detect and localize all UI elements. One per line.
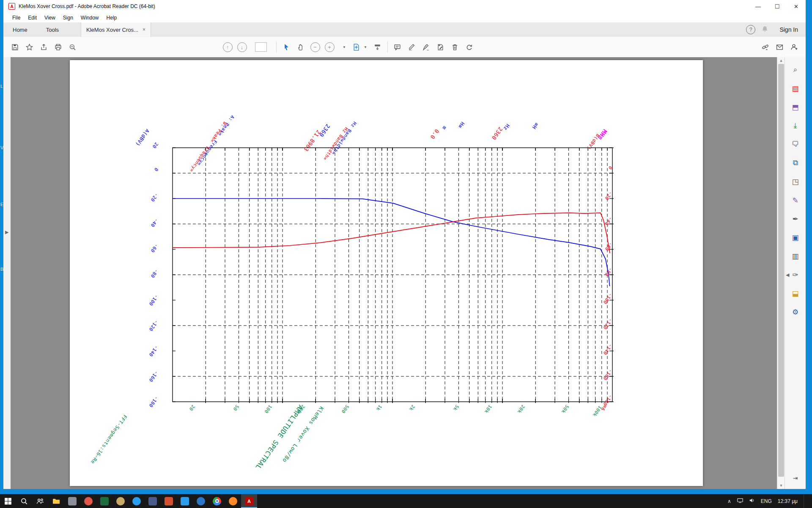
menu-edit[interactable]: Edit [24, 14, 41, 22]
document-area: ▶ A(dBV)A: Peak= Frequency=B: Peak= Freq… [3, 57, 806, 489]
highlight-button[interactable] [405, 40, 419, 54]
taskbar-vscode-app[interactable] [177, 494, 193, 508]
delete-pages-button[interactable] [448, 40, 462, 54]
acrobat-window: A KleMos Xover Cross.pdf - Adobe Acrobat… [3, 0, 806, 489]
hand-tool-button[interactable] [294, 40, 308, 54]
compress-pdf-tool-icon[interactable]: ◳ [785, 173, 806, 190]
taskbar-people-app[interactable] [32, 494, 48, 508]
toolbar-separator [387, 41, 388, 52]
send-email-button[interactable] [773, 40, 787, 54]
taskbar: A ∧ ENG 12:37 μμ [0, 494, 812, 508]
taskbar-acrobat-app[interactable]: A [241, 494, 257, 508]
show-desktop-button[interactable] [804, 494, 806, 508]
hidden-icons-chevron[interactable]: ∧ [727, 498, 731, 504]
curve-a-low-pass [173, 199, 610, 286]
redo-button[interactable] [462, 40, 477, 54]
pdf-page: A(dBV)A: Peak= Frequency=B: Peak= Freque… [70, 60, 703, 486]
fit-page-button[interactable] [349, 40, 364, 54]
curve-b-high-pass [173, 213, 610, 253]
edit-pdf-button[interactable] [433, 40, 448, 54]
select-tool-button[interactable] [279, 40, 294, 54]
request-signatures-tool-icon[interactable]: ▣ [785, 229, 806, 246]
open-tools-pane-icon[interactable]: ⇥ [785, 475, 806, 481]
taskbar-skype-app[interactable] [129, 494, 145, 508]
taskbar-search-button[interactable] [16, 494, 32, 508]
menu-bar: FileEditViewSignWindowHelp [3, 13, 806, 22]
menu-sign[interactable]: Sign [59, 14, 77, 22]
window-controls: — ☐ ✕ [749, 0, 806, 13]
taskbar-app-navy[interactable] [145, 494, 161, 508]
toolbar: ↑↓−+▼▼ [3, 37, 806, 58]
toolbar-left-group [3, 40, 80, 54]
search-tool-icon[interactable]: ⌕ [785, 61, 806, 78]
document-tab-label: KleMos Xover Cros... [86, 27, 138, 33]
comment-button[interactable] [390, 40, 405, 54]
desktop-icon-label-fragment: L [0, 84, 3, 89]
language-indicator[interactable]: ENG [761, 498, 772, 504]
close-tab-icon[interactable]: × [143, 27, 145, 33]
close-button[interactable]: ✕ [787, 0, 806, 13]
share-link-button[interactable] [758, 40, 773, 54]
taskbar-firefox-app[interactable] [225, 494, 241, 508]
share-button[interactable] [36, 40, 51, 54]
sign-in-button[interactable]: Sign In [779, 26, 798, 33]
taskbar-app-orange-circle[interactable] [80, 494, 96, 508]
scroll-up-icon[interactable]: ▲ [777, 58, 785, 63]
taskbar-edge-app[interactable] [193, 494, 209, 508]
edit-pdf-tool-icon[interactable]: ✎ [785, 192, 806, 209]
organize-pages-tool-icon[interactable]: ⬒ [785, 99, 806, 116]
network-icon[interactable] [737, 497, 743, 505]
save-button[interactable] [8, 40, 22, 54]
tab-bar: Home Tools KleMos Xover Cros... × ? Sign… [3, 22, 806, 37]
more-tools-icon[interactable]: ⚙ [785, 304, 806, 320]
menu-file[interactable]: File [8, 14, 24, 22]
fit-dropdown-icon[interactable]: ▼ [364, 45, 367, 49]
taskbar-start-button[interactable] [0, 494, 16, 508]
previous-page-button[interactable]: ↑ [220, 40, 235, 54]
add-account-button[interactable] [787, 40, 801, 54]
help-icon[interactable]: ? [746, 25, 755, 34]
taskbar-chrome-app[interactable] [209, 494, 225, 508]
zoom-out-button[interactable]: − [308, 40, 322, 54]
favorite-tool-button[interactable] [22, 40, 36, 54]
scroll-down-icon[interactable]: ▼ [777, 483, 785, 488]
volume-icon[interactable] [749, 497, 755, 505]
maximize-button[interactable]: ☐ [768, 0, 787, 13]
menu-help[interactable]: Help [103, 14, 121, 22]
fill-sign-tool-icon[interactable]: ✒ [785, 210, 806, 227]
print-button[interactable] [51, 40, 65, 54]
tab-bar-right: ? Sign In [746, 22, 806, 37]
export-pdf-tool-icon[interactable]: ⤓ [785, 117, 806, 134]
bell-icon[interactable] [761, 25, 768, 34]
marquee-zoom-button[interactable] [65, 40, 80, 54]
taskbar-app-redorange[interactable] [161, 494, 177, 508]
left-panel-rail: ▶ [3, 57, 11, 489]
page-number-input[interactable] [255, 42, 267, 52]
tab-tools[interactable]: Tools [37, 22, 68, 37]
menu-window[interactable]: Window [77, 14, 103, 22]
protect-pdf-tool-icon[interactable]: ✑ [785, 266, 806, 283]
taskbar-clock[interactable]: 12:37 μμ [778, 498, 798, 504]
comment-tool-icon[interactable]: 🗨 [785, 136, 806, 153]
create-pdf-tool-icon[interactable]: ▤ [785, 80, 806, 97]
prepare-form-tool-icon[interactable]: ⬓ [785, 285, 806, 302]
fill-sign-button[interactable] [419, 40, 433, 54]
scrollbar-thumb[interactable] [778, 64, 784, 477]
expand-nav-pane-icon[interactable]: ▶ [5, 229, 8, 235]
taskbar-app-gray[interactable] [64, 494, 80, 508]
zoom-in-button[interactable]: + [322, 40, 337, 54]
taskbar-excel-app[interactable] [96, 494, 112, 508]
taskbar-file-explorer-app[interactable] [48, 494, 64, 508]
zoom-dropdown-icon[interactable]: ▼ [343, 45, 346, 49]
minimize-button[interactable]: — [749, 0, 768, 13]
taskbar-app-khaki-circle[interactable] [112, 494, 129, 508]
tab-document[interactable]: KleMos Xover Cros... × [81, 22, 151, 37]
scan-ocr-tool-icon[interactable]: ▥ [785, 248, 806, 265]
vertical-scrollbar[interactable]: ▲ ▼ [777, 57, 785, 489]
next-page-button[interactable]: ↓ [235, 40, 249, 54]
tab-home[interactable]: Home [3, 22, 37, 37]
menu-view[interactable]: View [41, 14, 59, 22]
hide-toolbar-button[interactable] [370, 40, 385, 54]
combine-files-tool-icon[interactable]: ⧉ [785, 155, 806, 171]
title-bar: A KleMos Xover Cross.pdf - Adobe Acrobat… [3, 0, 806, 13]
